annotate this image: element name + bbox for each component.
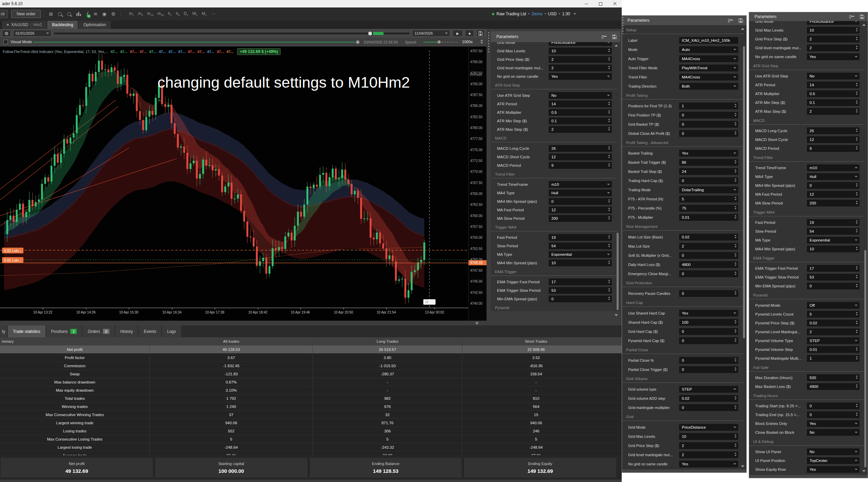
panel-splitter[interactable] (486, 29, 491, 325)
param-input[interactable]: 0.01 (807, 346, 860, 353)
param-input[interactable]: 4800 (679, 261, 738, 268)
param-input[interactable]: No (807, 73, 860, 79)
visual-progress-handle[interactable] (356, 40, 359, 44)
spinner-icon[interactable] (734, 113, 737, 117)
tab-orders[interactable]: Orders0 (83, 325, 114, 337)
spinner-icon[interactable] (608, 66, 610, 69)
param-input[interactable]: 0.5 (807, 90, 860, 97)
tab-optimisation[interactable]: Optimisation (78, 21, 111, 29)
spinner-icon[interactable] (734, 434, 737, 438)
param-input[interactable]: 54 (807, 228, 860, 235)
param-input[interactable]: 0 (679, 357, 738, 364)
spinner-icon[interactable] (608, 146, 610, 150)
param-input[interactable]: Yes (679, 310, 738, 317)
param-input[interactable]: 0 (679, 130, 738, 137)
tab-positions[interactable]: Positions2 (46, 325, 82, 337)
param-input[interactable]: 0 (807, 182, 860, 189)
scrollbar-thumb[interactable] (864, 250, 866, 467)
table-column-header[interactable]: mmary (0, 337, 149, 345)
param-input[interactable]: 2 (807, 44, 860, 51)
param-input[interactable]: 0.01 (679, 214, 738, 221)
spinner-icon[interactable] (734, 253, 737, 257)
spinner-icon[interactable] (856, 37, 858, 40)
param-input[interactable]: MA4Cross (679, 55, 738, 62)
spinner-icon[interactable] (608, 102, 610, 105)
spinner-icon[interactable] (734, 443, 737, 447)
spinner-icon[interactable] (734, 338, 737, 342)
scroll-down-icon[interactable] (862, 470, 866, 472)
spinner-icon[interactable] (734, 271, 737, 275)
param-input[interactable]: 0.02 (807, 320, 860, 326)
spinner-icon[interactable] (856, 128, 858, 132)
param-input[interactable]: 12 (549, 207, 612, 213)
param-input[interactable]: 2 (679, 442, 738, 449)
param-input[interactable]: 26 (807, 127, 860, 134)
tab-events[interactable]: Events (139, 325, 161, 337)
spinner-icon[interactable] (856, 329, 858, 333)
spinner-icon[interactable] (734, 104, 737, 107)
speed-slider-handle[interactable] (438, 40, 441, 43)
chart-type-icon[interactable] (76, 12, 81, 16)
progress-handle[interactable] (368, 32, 372, 35)
spinner-icon[interactable] (856, 347, 858, 351)
param-input[interactable]: 0 (679, 252, 738, 259)
param-input[interactable]: 17 (807, 265, 860, 272)
tab-equity-partial[interactable]: ty (0, 325, 7, 337)
zoom-out-icon[interactable] (58, 12, 62, 16)
tab-symbol[interactable]: XAUUSD Hm2 (2, 21, 47, 29)
spinner-icon[interactable] (608, 235, 610, 239)
param-input[interactable]: DolarTrailing (679, 186, 738, 193)
spinner-icon[interactable] (856, 91, 858, 95)
spinner-icon[interactable] (856, 312, 858, 316)
spinner-icon[interactable] (856, 137, 858, 141)
panel-header[interactable]: Parameters (491, 31, 620, 42)
param-input[interactable]: STEP (807, 337, 860, 344)
spinner-icon[interactable] (608, 216, 610, 220)
param-input[interactable]: 2 (807, 108, 860, 115)
param-input[interactable]: 4900 (807, 383, 860, 390)
spinner-icon[interactable] (608, 163, 610, 167)
save-icon[interactable] (612, 35, 617, 39)
param-input[interactable]: 500 (807, 374, 860, 381)
table-row[interactable]: Max equity drawdown3.10%-- (0, 386, 622, 394)
param-input[interactable]: 54 (549, 243, 612, 249)
table-column-header[interactable]: Short Trades (462, 337, 610, 345)
param-input[interactable]: 0 (549, 198, 612, 205)
param-input[interactable]: 0.02 (679, 395, 738, 402)
timeframe-m30[interactable]: m30 (158, 11, 164, 17)
param-input[interactable]: PlayWithTrend (679, 65, 738, 71)
param-input[interactable]: 0 (679, 328, 738, 335)
table-row[interactable]: Max Consecutive Winning Trades373215 (0, 411, 622, 419)
spinner-icon[interactable] (856, 146, 858, 150)
spinner-icon[interactable] (856, 284, 858, 287)
param-input[interactable]: 0 (679, 290, 738, 297)
param-input[interactable]: 24 (679, 168, 738, 175)
param-input[interactable]: Auto (679, 46, 738, 53)
scroll-up-icon[interactable] (741, 28, 744, 30)
param-input[interactable]: Exponential (549, 251, 612, 258)
param-input[interactable]: ICM_XAU_m10_Hm2_100k (679, 37, 738, 44)
param-input[interactable]: 0 (807, 283, 860, 289)
spinner-icon[interactable] (856, 28, 858, 32)
param-input[interactable]: No (807, 429, 860, 436)
spinner-icon[interactable] (734, 396, 737, 400)
param-input[interactable]: 2 (549, 65, 612, 71)
spinner-icon[interactable] (734, 160, 737, 164)
spinner-icon[interactable] (608, 208, 610, 211)
visual-mode-checkbox[interactable] (3, 40, 8, 44)
collapse-toggle-icon[interactable] (480, 39, 483, 44)
timeframe-m5[interactable]: m5 (138, 11, 143, 17)
spinner-icon[interactable] (734, 169, 737, 173)
param-input[interactable]: 200 (549, 215, 612, 222)
param-input[interactable]: PriceDistance (549, 42, 612, 46)
param-input[interactable]: 5 (679, 196, 738, 202)
param-input[interactable]: 0 (679, 112, 738, 119)
spinner-icon[interactable] (608, 297, 610, 300)
spinner-icon[interactable] (734, 122, 737, 126)
param-input[interactable]: Yes (549, 73, 612, 80)
spinner-icon[interactable] (856, 183, 858, 187)
table-column-header[interactable]: All trades (149, 337, 313, 345)
spinner-icon[interactable] (734, 405, 737, 409)
param-input[interactable]: 0 (679, 177, 738, 184)
spinner-icon[interactable] (608, 110, 610, 114)
